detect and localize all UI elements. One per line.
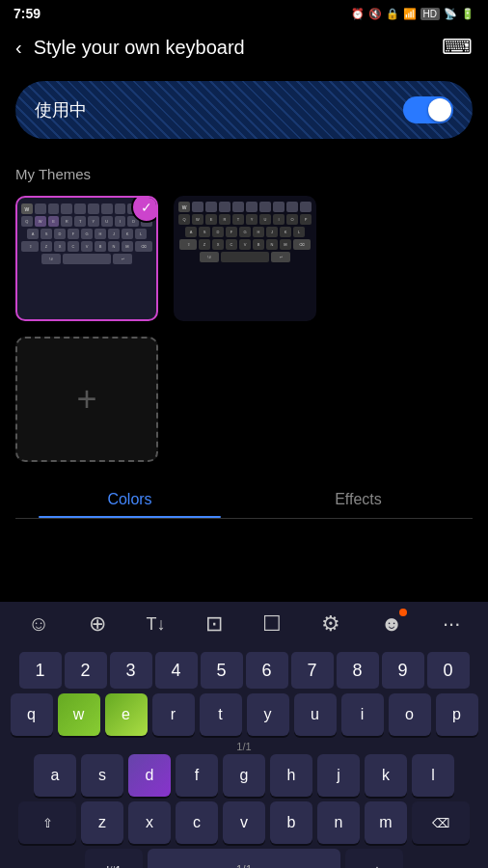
key-4[interactable]: 4 [155, 652, 198, 689]
key-t[interactable]: t [200, 693, 242, 736]
key-l[interactable]: l [412, 754, 454, 797]
mini-key: Z [41, 241, 52, 252]
mini-kb-row-4: !# ↵ [21, 254, 152, 264]
key-b[interactable]: b [270, 801, 312, 844]
key-d[interactable]: d [128, 754, 171, 797]
page-indicator: 1/1 [4, 741, 484, 752]
key-5[interactable]: 5 [201, 652, 243, 689]
key-u[interactable]: u [294, 693, 337, 736]
symbol-key[interactable]: !#1 [85, 849, 143, 868]
cursor-button[interactable]: ⊕ [89, 611, 106, 637]
active-label: 使用中 [35, 98, 87, 122]
key-7[interactable]: 7 [291, 652, 334, 689]
clipboard-button[interactable]: ⊡ [205, 611, 223, 637]
sticker-button[interactable]: ☻ [381, 611, 403, 637]
key-9[interactable]: 9 [382, 652, 424, 689]
add-icon: + [76, 379, 96, 420]
key-o[interactable]: o [389, 693, 431, 736]
key-r[interactable]: r [152, 693, 195, 736]
mini-key: A [27, 229, 39, 239]
key-x[interactable]: x [128, 801, 171, 844]
key-0[interactable]: 0 [427, 652, 470, 689]
more-button[interactable]: ··· [443, 611, 460, 637]
status-icons: ⏰ 🔇 🔒 📶 HD 📡 🔋 [351, 8, 474, 20]
asdf-section: 1/1 a s d f g h j k l [4, 741, 484, 797]
asdf-row: a s d f g h j k l [4, 754, 484, 797]
signal-icon: 📡 [444, 8, 457, 20]
header: ‹ Style your own keyboard ⌨ [0, 25, 488, 69]
mini-key: D [54, 229, 66, 239]
mini-key: B [95, 241, 106, 252]
mini-kb-row-3: ⇧ Z X C V B N M ⌫ [177, 239, 312, 250]
mini-key: Q [178, 214, 190, 225]
mini-key [61, 203, 72, 214]
key-h[interactable]: h [270, 754, 312, 797]
mini-key: A [185, 227, 197, 237]
key-f[interactable]: f [176, 754, 218, 797]
enter-key[interactable]: ↵ [345, 849, 403, 868]
back-button[interactable]: ‹ [15, 37, 22, 59]
key-i[interactable]: i [341, 693, 384, 736]
mini-key: J [266, 227, 278, 237]
key-j[interactable]: j [317, 754, 360, 797]
shift-key[interactable]: ⇧ [18, 801, 76, 844]
mini-key: Y [246, 214, 258, 225]
add-theme-card[interactable]: + [15, 337, 158, 462]
mini-key: Z [199, 239, 210, 250]
main-keyboard: 1 2 3 4 5 6 7 8 9 0 q w e r t y u i o p … [0, 646, 488, 868]
mini-key: Y [88, 216, 99, 227]
sound-icon: 🔇 [368, 8, 382, 20]
qwerty-row: q w e r t y u i o p [4, 693, 484, 736]
key-v[interactable]: v [223, 801, 265, 844]
key-q[interactable]: q [11, 693, 53, 736]
mini-key: H [95, 229, 106, 239]
text-size-button[interactable]: T↓ [147, 614, 166, 635]
mini-key: K [280, 227, 291, 237]
key-p[interactable]: p [436, 693, 478, 736]
emoji-button[interactable]: ☺ [28, 611, 49, 637]
theme-card-selected[interactable]: ✓ W Q W E [15, 196, 158, 321]
theme-card-dark[interactable]: W Q W E R T Y [174, 196, 316, 321]
mini-kb-row-1: Q W E R T Y U I O P [21, 216, 152, 227]
mini-key: O [286, 214, 298, 225]
key-1[interactable]: 1 [19, 652, 62, 689]
key-w[interactable]: w [58, 693, 100, 736]
mini-key [219, 202, 230, 212]
active-toggle[interactable] [403, 96, 453, 123]
key-6[interactable]: 6 [246, 652, 288, 689]
mini-key [192, 202, 203, 212]
mini-sym-dark: !# [200, 252, 219, 262]
key-3[interactable]: 3 [110, 652, 152, 689]
mini-key: F [68, 229, 79, 239]
key-8[interactable]: 8 [337, 652, 379, 689]
key-z[interactable]: z [81, 801, 123, 844]
delete-key[interactable]: ⌫ [412, 801, 470, 844]
battery-icon: 🔋 [461, 8, 474, 20]
key-s[interactable]: s [81, 754, 123, 797]
mini-sym: !# [41, 254, 61, 264]
space-key[interactable]: 1/1 [148, 849, 340, 868]
layout-button[interactable]: ☐ [262, 611, 282, 637]
key-n[interactable]: n [317, 801, 360, 844]
key-m[interactable]: m [365, 801, 407, 844]
key-e[interactable]: e [105, 693, 148, 736]
mini-key: R [219, 214, 230, 225]
key-a[interactable]: a [34, 754, 76, 797]
mini-space [63, 254, 111, 264]
mini-key [300, 202, 312, 212]
mini-key [246, 202, 258, 212]
tab-effects[interactable]: Effects [244, 481, 473, 518]
mini-kb-row-2: A S D F G H J K L [21, 229, 152, 239]
mini-key: B [253, 239, 264, 250]
status-time: 7:59 [14, 6, 41, 21]
tab-colors[interactable]: Colors [15, 481, 244, 518]
key-c[interactable]: c [176, 801, 218, 844]
key-k[interactable]: k [365, 754, 407, 797]
key-2[interactable]: 2 [65, 652, 107, 689]
page-title: Style your own keyboard [34, 37, 245, 59]
settings-button[interactable]: ⚙ [321, 611, 340, 637]
keyboard-icon[interactable]: ⌨ [442, 35, 473, 60]
key-y[interactable]: y [247, 693, 289, 736]
keyboard-toolbar: ☺ ⊕ T↓ ⊡ ☐ ⚙ ☻ ··· [0, 602, 488, 646]
key-g[interactable]: g [223, 754, 265, 797]
